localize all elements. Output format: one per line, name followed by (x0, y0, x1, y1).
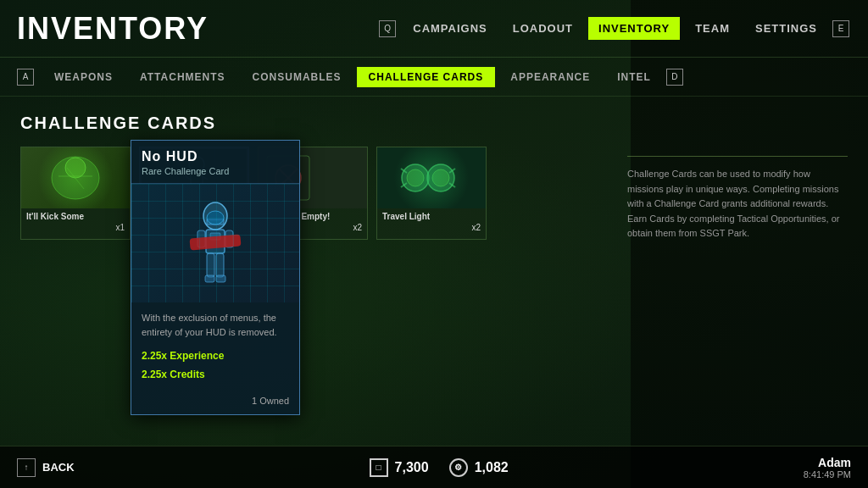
svg-point-29 (203, 202, 227, 230)
svg-line-27 (449, 169, 455, 173)
user-info: Adam 8:41:49 PM (804, 456, 851, 480)
popup-owned: 1 Owned (252, 396, 289, 406)
nav-item-campaigns[interactable]: CAMPAIGNS (403, 17, 497, 40)
right-description: Challenge Cards can be used to modify ho… (627, 167, 848, 241)
subnav-attachments[interactable]: ATTACHMENTS (128, 67, 237, 87)
subnav-appearance[interactable]: APPEARANCE (498, 67, 602, 87)
svg-line-28 (449, 183, 455, 187)
card-1[interactable]: It'll Kick Some x1 (20, 147, 131, 240)
popup-title: No HUD (142, 149, 289, 164)
popup-subtitle: Rare Challenge Card (142, 166, 289, 176)
nav-key-left: Q (379, 20, 396, 37)
svg-point-31 (207, 211, 224, 225)
svg-rect-39 (216, 275, 225, 282)
currency-2-icon: ⚙ (449, 458, 468, 477)
subnav-key-right: D (666, 69, 683, 86)
svg-line-26 (401, 183, 407, 187)
top-navigation: INVENTORY Q CAMPAIGNS LOADOUT INVENTORY … (0, 0, 868, 58)
popup-card: No HUD Rare Challenge Card (131, 140, 300, 415)
svg-point-0 (52, 157, 99, 199)
card-1-art (21, 147, 130, 208)
back-key-icon: ↑ (17, 458, 36, 477)
card-4[interactable]: Travel Light x2 (376, 147, 487, 240)
popup-soldier-art (186, 201, 245, 286)
card-4-label: Travel Light (377, 208, 486, 223)
svg-point-24 (432, 169, 449, 186)
right-panel: Challenge Cards can be used to modify ho… (627, 156, 848, 241)
sub-navigation: A WEAPONS ATTACHMENTS CONSUMABLES CHALLE… (0, 58, 868, 97)
right-divider (627, 156, 848, 157)
popup-description: With the exclusion of menus, the entiret… (142, 311, 289, 339)
nav-items: Q CAMPAIGNS LOADOUT INVENTORY TEAM SETTI… (379, 17, 851, 40)
popup-bonuses: 2.25x Experience 2.25x Credits (142, 347, 289, 384)
popup-image (131, 184, 299, 302)
bottom-bar: ↑ BACK □ 7,300 ⚙ 1,082 Adam 8:41:49 PM (0, 446, 868, 488)
nav-item-settings[interactable]: SETTINGS (745, 17, 827, 40)
svg-rect-38 (205, 275, 214, 282)
currency-2: ⚙ 1,082 (449, 458, 509, 477)
page-title: INVENTORY (17, 11, 379, 47)
subnav-challenge-cards[interactable]: CHALLENGE CARDS (357, 67, 496, 87)
svg-point-1 (65, 158, 86, 178)
subnav-intel[interactable]: INTEL (605, 67, 663, 87)
nav-item-inventory[interactable]: INVENTORY (588, 17, 680, 40)
svg-rect-30 (207, 219, 224, 225)
nav-key-right: E (832, 20, 849, 37)
svg-rect-33 (210, 233, 220, 240)
card-1-label: It'll Kick Some (21, 208, 130, 223)
card-1-image (21, 147, 130, 208)
popup-header: No HUD Rare Challenge Card (131, 141, 299, 184)
popup-footer: 1 Owned (131, 392, 299, 414)
svg-rect-35 (225, 230, 233, 247)
user-name: Adam (804, 456, 851, 469)
section-title: CHALLENGE CARDS (20, 114, 848, 133)
content-area: CHALLENGE CARDS It'll Kick Some x1 (0, 97, 868, 257)
subnav-consumables[interactable]: CONSUMABLES (241, 67, 353, 87)
subnav-weapons[interactable]: WEAPONS (42, 67, 125, 87)
nav-item-team[interactable]: TEAM (685, 17, 740, 40)
svg-rect-36 (207, 253, 214, 277)
timestamp: 8:41:49 PM (804, 469, 851, 480)
card-1-count: x1 (21, 223, 130, 236)
popup-body: With the exclusion of menus, the entiret… (131, 302, 299, 392)
svg-point-23 (427, 164, 454, 191)
popup-bonus-1: 2.25x Experience (142, 347, 289, 366)
svg-rect-37 (216, 253, 224, 277)
back-label: BACK (42, 461, 75, 474)
nav-item-loadout[interactable]: LOADOUT (503, 17, 583, 40)
popup-bonus-2: 2.25x Credits (142, 366, 289, 385)
back-button[interactable]: ↑ BACK (17, 458, 75, 477)
card-4-count: x2 (377, 223, 486, 236)
currency-1-value: 7,300 (395, 460, 429, 475)
currency-1-icon: □ (370, 458, 388, 477)
currency-1: □ 7,300 (370, 458, 429, 477)
svg-line-3 (67, 168, 84, 189)
svg-rect-20 (377, 147, 486, 208)
svg-rect-34 (198, 230, 205, 247)
subnav-key-left: A (17, 69, 34, 86)
svg-point-22 (407, 169, 424, 186)
svg-rect-40 (190, 234, 242, 250)
card-4-image (377, 147, 486, 208)
currency-group: □ 7,300 ⚙ 1,082 (370, 458, 509, 477)
svg-point-21 (402, 164, 429, 191)
svg-line-25 (401, 169, 407, 173)
svg-rect-32 (206, 230, 225, 253)
currency-2-value: 1,082 (475, 460, 509, 475)
